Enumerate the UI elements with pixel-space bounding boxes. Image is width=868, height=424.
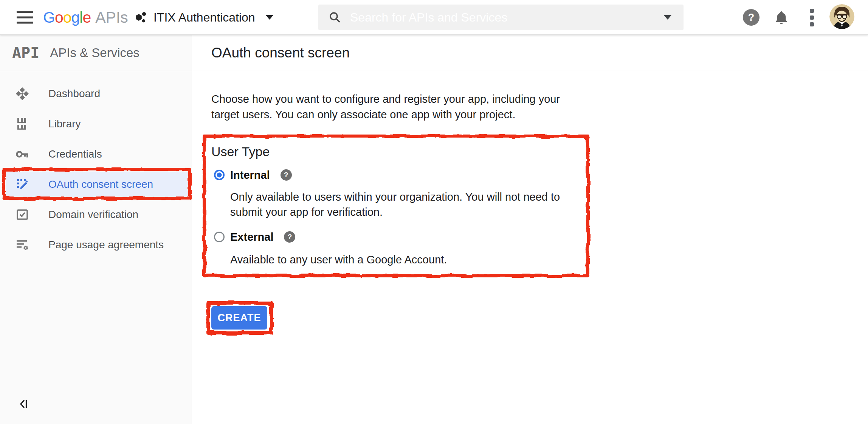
search-dropdown-caret-icon[interactable] [664,15,671,20]
search-input[interactable] [349,10,684,25]
more-options-button[interactable] [810,9,814,29]
account-avatar[interactable] [829,4,854,29]
project-hexagons-icon [135,11,147,24]
help-button[interactable]: ? [743,9,760,26]
top-app-bar: G o o g l e APIs ITIX Authentication ? [0,0,868,35]
sidebar-item-library[interactable]: Library [0,109,192,139]
create-button-section: CREATE [206,301,273,335]
radio-option-external[interactable]: External ? [214,231,590,243]
internal-help-icon[interactable]: ? [281,169,292,181]
project-selector[interactable]: ITIX Authentication [135,0,273,35]
page-description: Choose how you want to configure and reg… [211,91,868,122]
page-header: OAuth consent screen [192,35,868,71]
radio-internal[interactable] [214,170,225,180]
bell-icon [773,9,789,25]
internal-description: Only available to users within your orga… [230,189,590,220]
logo-letter: o [63,9,71,26]
logo-letter: o [55,9,63,26]
radio-internal-label: Internal [230,169,270,181]
sidebar-nav: Dashboard Library [0,79,192,260]
sidebar-item-oauth-consent-screen[interactable]: OAuth consent screen [0,169,192,200]
api-logo: API [12,44,39,62]
oauth-consent-icon [15,177,29,192]
collapse-sidebar-button[interactable] [17,398,30,412]
sidebar-item-credentials[interactable]: Credentials [0,139,192,169]
create-button[interactable]: CREATE [211,306,267,330]
sidebar-item-label: Page usage agreements [48,239,164,251]
sidebar-title: APIs & Services [50,46,140,60]
sidebar-item-label: Dashboard [48,88,100,100]
collapse-sidebar-icon [17,398,30,410]
main-panel: OAuth consent screen Choose how you want… [192,35,868,424]
project-name: ITIX Authentication [153,11,255,25]
sidebar-item-page-usage-agreements[interactable]: Page usage agreements [0,230,192,260]
user-type-section: User Type Internal ? Only available to u… [203,135,590,277]
sidebar-header: API APIs & Services [0,35,192,71]
page-usage-agreements-icon [15,238,29,252]
hamburger-menu-icon[interactable] [17,11,33,23]
radio-option-internal[interactable]: Internal ? [214,169,590,181]
user-type-heading: User Type [211,144,590,159]
sidebar-item-label: Library [48,118,81,130]
search-icon [328,11,342,24]
notifications-button[interactable] [773,9,789,27]
logo-letter: G [43,9,55,26]
google-apis-logo: G o o g l e APIs [43,0,128,35]
radio-external[interactable] [214,232,225,242]
sidebar-item-label: Domain verification [48,209,138,221]
external-description: Available to any user with a Google Acco… [230,252,590,267]
logo-letter: l [79,9,82,26]
sidebar: API APIs & Services Dashboard [0,35,192,424]
logo-suffix: APIs [95,9,128,26]
logo-letter: g [71,9,80,26]
radio-external-label: External [230,231,273,243]
page-content: Choose how you want to configure and reg… [192,91,868,335]
sidebar-item-dashboard[interactable]: Dashboard [0,79,192,109]
logo-letter: e [82,9,91,26]
dashboard-icon [15,87,29,101]
chevron-down-icon [266,15,273,20]
page-title: OAuth consent screen [211,45,350,61]
sidebar-item-label: Credentials [48,148,102,160]
question-mark-icon: ? [748,12,755,23]
credentials-key-icon [15,147,29,161]
sidebar-item-domain-verification[interactable]: Domain verification [0,200,192,230]
search-bar[interactable] [318,5,684,30]
library-icon [15,117,29,131]
more-vert-icon [810,9,814,13]
external-help-icon[interactable]: ? [284,231,295,243]
domain-verification-icon [15,207,29,222]
sidebar-item-label: OAuth consent screen [48,178,153,190]
